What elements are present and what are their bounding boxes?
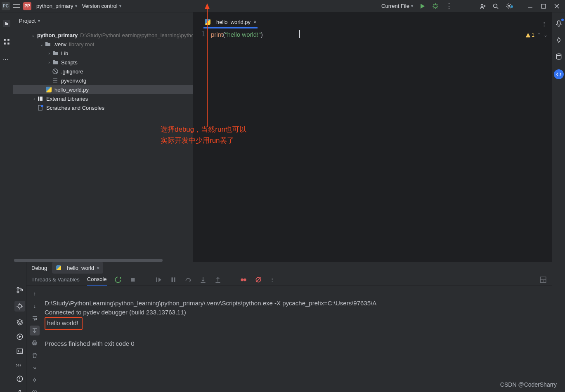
close-icon[interactable]	[552, 1, 562, 11]
debug-more-icon[interactable]: ⋮	[269, 276, 275, 283]
structure-tool-icon[interactable]	[3, 38, 10, 45]
notifications-icon[interactable]	[555, 20, 563, 27]
debug-session-tab[interactable]: hello_world ×	[52, 262, 103, 274]
resume-icon[interactable]	[155, 276, 162, 283]
ai-assistant-icon[interactable]	[555, 36, 563, 44]
code-with-me-icon[interactable]	[478, 1, 487, 11]
scroll-up-icon[interactable]: ↑	[30, 288, 40, 298]
attach-debugger-icon[interactable]	[30, 375, 40, 385]
tree-root[interactable]: ⌄ python_primary D:\Study\PythonLearning…	[13, 31, 193, 40]
tree-lib[interactable]: › Lib	[13, 49, 193, 58]
svg-point-33	[17, 287, 19, 289]
console-tab[interactable]: Console	[87, 274, 107, 286]
editor-more-icon[interactable]: ⋮	[541, 21, 547, 27]
editor-tab-label: hello_world.py	[216, 19, 251, 25]
tree-scripts[interactable]: › Scripts	[13, 58, 193, 67]
prev-highlight-icon[interactable]: ⌃	[537, 32, 541, 38]
main-menu-icon[interactable]	[12, 2, 21, 10]
threads-tab[interactable]: Threads & Variables	[31, 274, 80, 285]
warning-count: 1	[532, 32, 534, 38]
tree-venv[interactable]: ⌄ .venv library root	[13, 40, 193, 49]
svg-rect-51	[171, 277, 173, 282]
step-into-icon[interactable]	[199, 276, 207, 283]
version-control-menu[interactable]: Version control ▾	[80, 1, 124, 11]
console-output[interactable]: D:\Study\PythonLearning\python_learning\…	[43, 286, 552, 392]
svg-point-10	[494, 4, 497, 7]
svg-rect-52	[174, 277, 175, 282]
history-icon[interactable]	[30, 387, 40, 392]
project-tool-icon[interactable]	[3, 20, 10, 27]
problems-tool-icon[interactable]	[16, 375, 24, 383]
svg-rect-17	[4, 39, 6, 41]
code-line[interactable]: print("hello world!")	[211, 29, 552, 40]
run-config-selector[interactable]: Current File ▾	[379, 1, 416, 11]
svg-rect-28	[41, 97, 43, 101]
tree-pyvenv[interactable]: pyvenv.cfg	[13, 76, 193, 85]
tree-scratches[interactable]: Scratches and Consoles	[13, 103, 193, 112]
more-tools-icon[interactable]: ⋯	[3, 56, 10, 64]
print-icon[interactable]	[30, 338, 40, 348]
horizontal-scrollbar[interactable]	[14, 259, 163, 262]
close-tab-icon[interactable]: ×	[253, 19, 257, 25]
next-highlight-icon[interactable]: ⌄	[544, 32, 548, 38]
step-over-icon[interactable]	[184, 276, 192, 283]
minimize-icon[interactable]	[525, 1, 535, 11]
svg-line-5	[433, 4, 434, 5]
warning-badge[interactable]: 1	[525, 32, 534, 38]
console-line: D:\Study\PythonLearning\python_learning\…	[45, 300, 376, 307]
settings-icon[interactable]	[504, 1, 514, 11]
search-icon[interactable]	[491, 1, 501, 11]
project-badge: PP	[23, 2, 31, 10]
expand-icon[interactable]: ›	[46, 51, 52, 56]
collapse-icon[interactable]: ⌄	[39, 42, 45, 47]
mute-breakpoints-icon[interactable]	[255, 276, 262, 283]
database-icon[interactable]	[555, 53, 563, 60]
run-tool-icon[interactable]	[16, 333, 24, 340]
close-session-icon[interactable]: ×	[97, 265, 100, 271]
clear-icon[interactable]	[30, 350, 40, 360]
stop-icon[interactable]	[129, 276, 137, 283]
svg-line-7	[437, 4, 437, 5]
tree-scratches-label: Scratches and Consoles	[46, 105, 104, 111]
more-bottom-icon[interactable]: ›››	[16, 362, 24, 368]
svg-point-57	[241, 278, 243, 281]
svg-point-0	[434, 5, 437, 8]
tree-root-path: D:\Study\PythonLearning\python_learning\…	[80, 32, 193, 38]
pause-icon[interactable]	[170, 276, 177, 283]
scroll-to-end-icon[interactable]	[30, 326, 40, 335]
expand-icon[interactable]: ›	[31, 97, 37, 101]
git-tool-icon[interactable]	[16, 286, 24, 294]
chevron-down-icon: ▾	[75, 4, 77, 8]
svg-rect-50	[156, 277, 157, 282]
project-selector[interactable]: python_primary ▾	[34, 1, 80, 11]
debug-button[interactable]	[430, 1, 440, 11]
layers-tool-icon[interactable]	[16, 319, 24, 326]
rerun-icon[interactable]	[114, 276, 122, 283]
expand-icon[interactable]: ›	[46, 60, 52, 65]
gitignore-icon	[52, 68, 59, 75]
project-name-label: python_primary	[36, 3, 73, 9]
app-icon: PC	[2, 2, 10, 10]
more-actions-icon[interactable]: ⋮	[444, 1, 454, 11]
vcs-tool-icon[interactable]	[16, 390, 24, 392]
tree-external-libs[interactable]: › External Libraries	[13, 94, 193, 103]
tree-pyvenv-label: pyvenv.cfg	[61, 78, 86, 84]
new-console-icon[interactable]: »	[30, 363, 40, 373]
run-button[interactable]	[417, 1, 427, 11]
svg-line-8	[433, 7, 434, 8]
tree-gitignore[interactable]: .gitignore	[13, 67, 193, 76]
codewithme-icon[interactable]	[554, 69, 564, 79]
chevron-down-icon[interactable]: ▾	[38, 19, 40, 23]
maximize-icon[interactable]	[539, 1, 548, 11]
soft-wrap-icon[interactable]	[30, 313, 40, 323]
collapse-icon[interactable]: ⌄	[31, 33, 35, 38]
scroll-down-icon[interactable]: ↓	[30, 301, 40, 311]
tree-hello-world[interactable]: hello_world.py	[13, 85, 193, 94]
view-breakpoints-icon[interactable]	[240, 276, 247, 283]
library-icon	[37, 95, 44, 102]
step-out-icon[interactable]	[214, 276, 222, 283]
layout-settings-icon[interactable]	[539, 276, 547, 283]
chevron-down-icon: ▾	[119, 4, 121, 8]
terminal-tool-icon[interactable]	[16, 347, 24, 355]
debug-tool-icon[interactable]	[14, 301, 25, 312]
